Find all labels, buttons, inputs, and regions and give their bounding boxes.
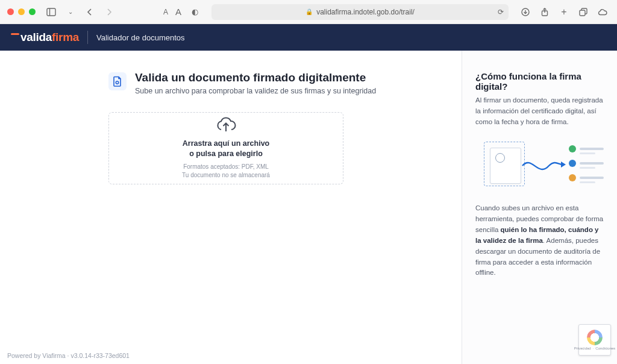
dropzone-hint: Formatos aceptados: PDF, XML Tu document…: [182, 163, 270, 180]
brand-logo[interactable]: validafirma: [11, 31, 79, 44]
sidebar-title: ¿Cómo funciona la firma digital?: [475, 71, 604, 92]
document-icon: [108, 72, 127, 90]
window-controls: [7, 8, 36, 15]
arrow-icon: [521, 157, 566, 174]
close-window-button[interactable]: [7, 8, 14, 15]
recaptcha-badge[interactable]: Privacidad·Condiciones: [578, 324, 611, 356]
header-divider: [87, 31, 88, 44]
lock-icon: 🔒: [305, 8, 313, 15]
forward-button[interactable]: [102, 5, 116, 19]
svg-rect-6: [580, 10, 585, 16]
svg-marker-9: [561, 162, 566, 168]
sidebar-paragraph-1: Al firmar un documento, queda registrada…: [475, 95, 604, 127]
decrease-font-button[interactable]: A: [162, 8, 169, 16]
reload-button[interactable]: ⟳: [498, 8, 504, 16]
back-button[interactable]: [83, 5, 97, 19]
address-bar[interactable]: 🔒 validafirma.indotel.gob.do/trail/ ⟳: [211, 4, 509, 20]
upload-cloud-icon: [216, 117, 236, 135]
reader-contrast-button[interactable]: ◐: [187, 5, 202, 19]
header-subtitle: Validador de documentos: [96, 33, 184, 42]
browser-chrome: ⌄ A A ◐ 🔒 validafirma.indotel.gob.do/tra…: [0, 0, 617, 24]
main-column: Valida un documento firmado digitalmente…: [0, 51, 462, 364]
cloud-icon[interactable]: [595, 5, 610, 19]
new-tab-button[interactable]: +: [557, 5, 571, 19]
page-subtitle: Sube un archivo para comprobar la valide…: [135, 87, 376, 95]
chevron-down-icon[interactable]: ⌄: [63, 5, 78, 19]
brand-text-valida: valida: [20, 31, 52, 44]
brand-text-firma: firma: [52, 31, 79, 44]
tabs-button[interactable]: [576, 5, 590, 19]
check-orange-icon: [569, 174, 576, 181]
downloads-button[interactable]: [518, 5, 533, 19]
sidebar-toggle-button[interactable]: [44, 5, 58, 19]
brand-accent-icon: [11, 33, 19, 35]
app-header: validafirma Validador de documentos: [0, 24, 617, 51]
increase-font-button[interactable]: A: [174, 7, 183, 17]
minimize-window-button[interactable]: [18, 8, 25, 15]
footer: Powered by Viafirma · v3.0.14-r33-73ed60…: [7, 352, 130, 359]
file-drop-zone[interactable]: Arrastra aquí un archivo o pulsa para el…: [108, 112, 343, 184]
check-blue-icon: [569, 160, 576, 167]
recaptcha-icon: [587, 330, 603, 345]
page-title: Valida un documento firmado digitalmente: [135, 71, 376, 84]
version-text: v3.0.14-r33-73ed601: [70, 352, 130, 359]
url-text: validafirma.indotel.gob.do/trail/: [316, 8, 415, 16]
check-green-icon: [569, 145, 576, 152]
svg-rect-0: [47, 8, 55, 16]
sidebar-paragraph-2: Cuando subes un archivo en esta herramie…: [475, 203, 604, 278]
svg-point-7: [116, 81, 118, 84]
dropzone-instruction: Arrastra aquí un archivo o pulsa para el…: [183, 139, 270, 159]
powered-by-link[interactable]: Powered by Viafirma: [7, 352, 66, 359]
how-it-works-illustration: [475, 138, 604, 191]
page-body: Valida un documento firmado digitalmente…: [0, 51, 617, 364]
maximize-window-button[interactable]: [29, 8, 36, 15]
sidebar: ¿Cómo funciona la firma digital? Al firm…: [462, 51, 617, 364]
share-button[interactable]: [537, 5, 552, 19]
